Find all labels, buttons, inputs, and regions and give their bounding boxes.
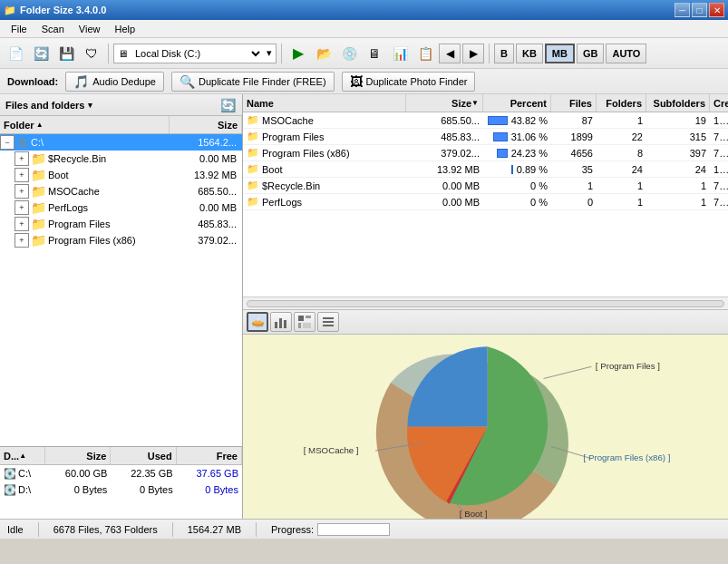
tree-size-progfiles: 485.83...: [170, 219, 242, 229]
size-gb-button[interactable]: GB: [577, 44, 605, 63]
titlebar: 📁 Folder Size 3.4.0.0 ─ □ ✕: [0, 0, 728, 20]
refresh-button[interactable]: 🔄: [29, 42, 53, 65]
drive-col-header[interactable]: D... ▲: [0, 447, 45, 464]
file-subfolders-recycle: 1: [646, 180, 710, 191]
play-button[interactable]: ▶: [286, 42, 310, 65]
close-button[interactable]: ✕: [709, 3, 724, 17]
folder-icon-row-boot: 📁: [247, 163, 259, 175]
expand-recycle[interactable]: +: [15, 151, 29, 166]
size-b-button[interactable]: B: [494, 44, 514, 63]
new-button[interactable]: 📄: [4, 42, 27, 65]
svg-rect-0: [275, 322, 277, 328]
files-col-header[interactable]: Files: [551, 94, 597, 112]
file-files-perflogs: 0: [551, 197, 597, 208]
file-row-perflogs[interactable]: 📁 PerfLogs 0.00 MB 0 % 0 1 1 7/14/200: [243, 194, 728, 210]
toolbar: 📄 🔄 💾 🛡 🖥 Local Disk (C:) ▾ ▶ 📂 💿 🖥 📊 📋 …: [0, 38, 728, 69]
maximize-button[interactable]: □: [692, 3, 707, 17]
drive-c-free: 37.65 GB: [177, 468, 242, 479]
drive-item-d[interactable]: 💽 D:\ 0 Bytes 0 Bytes 0 Bytes: [0, 481, 242, 498]
horizontal-scrollbar[interactable]: [247, 300, 724, 307]
expand-progfiles[interactable]: +: [15, 217, 29, 231]
location-select[interactable]: Local Disk (C:): [131, 47, 263, 60]
size-mb-button[interactable]: MB: [545, 44, 575, 63]
file-created-recycle: 7/14/200: [710, 180, 728, 191]
right-panel: Name Size ▼ Percent Files Folders Subfol…: [243, 94, 728, 519]
tree-item-progfiles[interactable]: + 📁 Program Files 485.83...: [0, 216, 242, 232]
subfolders-col-header[interactable]: Subfolders: [646, 94, 710, 112]
folders-col-header[interactable]: Folders: [597, 94, 646, 112]
size-kb-button[interactable]: KB: [516, 44, 543, 63]
forward-button[interactable]: ▶: [462, 44, 484, 63]
export-button[interactable]: 📋: [413, 42, 437, 65]
folder-icon-boot: 📁: [31, 168, 46, 182]
tree-item-perflogs[interactable]: + 📁 PerfLogs 0.00 MB: [0, 199, 242, 216]
tree-size-msocache: 685.50...: [170, 186, 242, 197]
file-pct-perflogs: 0 %: [483, 197, 551, 208]
scan-all-button[interactable]: 🖥: [363, 42, 386, 65]
file-row-boot[interactable]: 📁 Boot 13.92 MB 0.89 % 35 24 24 12/19/20: [243, 161, 728, 178]
file-folders-recycle: 1: [597, 180, 646, 191]
scan-folder-button[interactable]: 📂: [312, 42, 335, 65]
expand-progfilesx86[interactable]: +: [15, 233, 29, 248]
tree-item-boot[interactable]: + 📁 Boot 13.92 MB: [0, 167, 242, 183]
location-combo[interactable]: 🖥 Local Disk (C:) ▾: [113, 44, 277, 63]
menu-scan[interactable]: Scan: [34, 22, 72, 36]
drive-used-col-header[interactable]: Used: [111, 447, 176, 464]
scan-drive-button[interactable]: 💿: [337, 42, 361, 65]
save-button[interactable]: 💾: [54, 42, 78, 65]
file-row-progfilesx86[interactable]: 📁 Program Files (x86) 379.02... 24.23 % …: [243, 145, 728, 161]
folder-icon-progfiles: 📁: [31, 217, 46, 231]
main-content: Files and folders ▾ 🔄 Folder ▲ Size − 🖥 …: [0, 94, 728, 519]
drive-icon: 🖥: [118, 48, 128, 59]
expand-boot[interactable]: +: [15, 168, 29, 182]
file-row-recycle[interactable]: 📁 $Recycle.Bin 0.00 MB 0 % 1 1 1 7/14/20…: [243, 178, 728, 194]
horizontal-scrollbar-area: [243, 297, 728, 309]
tree-item-recycle[interactable]: + 📁 $Recycle.Bin 0.00 MB: [0, 151, 242, 167]
shield-button[interactable]: 🛡: [80, 42, 103, 65]
drive-item-c[interactable]: 💽 C:\ 60.00 GB 22.35 GB 37.65 GB: [0, 465, 242, 481]
pie-chart-button[interactable]: 🥧: [247, 312, 268, 332]
list-chart-button[interactable]: [317, 312, 339, 332]
tree-item-progfilesx86[interactable]: + 📁 Program Files (x86) 379.02...: [0, 232, 242, 248]
file-name-progfiles: Program Files: [262, 131, 324, 142]
toolbar-separator: [108, 44, 109, 63]
back-button[interactable]: ◀: [439, 44, 461, 63]
drive-d-name: D:\: [18, 484, 31, 495]
size-col-header[interactable]: Size: [170, 116, 242, 133]
menu-help[interactable]: Help: [107, 22, 142, 36]
folder-col-header[interactable]: Folder ▲: [0, 116, 170, 133]
file-row-msocache[interactable]: 📁 MSOCache 685.50... 43.82 % 87 1 19 12/…: [243, 112, 728, 129]
name-col-header[interactable]: Name: [243, 94, 406, 112]
photo-finder-button[interactable]: 🖼 Duplicate Photo Finder: [342, 72, 476, 92]
file-subfolders-progfiles: 315: [646, 131, 710, 142]
file-size-col-header[interactable]: Size ▼: [406, 94, 483, 112]
expand-perflogs[interactable]: +: [15, 200, 29, 215]
file-row-progfiles[interactable]: 📁 Program Files 485.83... 31.06 % 1899 2…: [243, 129, 728, 145]
bar-chart-button[interactable]: [270, 312, 292, 332]
expand-root[interactable]: −: [0, 135, 15, 150]
duplicate-finder-button[interactable]: 🔍 Duplicate File Finder (FREE): [171, 72, 335, 92]
percent-col-header[interactable]: Percent: [483, 94, 551, 112]
size-auto-button[interactable]: AUTO: [606, 44, 646, 63]
drive-size-col-header[interactable]: Size: [45, 447, 111, 464]
menubar: File Scan View Help: [0, 20, 728, 38]
file-created-perflogs: 7/14/200: [710, 197, 728, 208]
drive-d-used: 0 Bytes: [111, 484, 176, 495]
audio-dedupe-button[interactable]: 🎵 Audio Dedupe: [65, 72, 164, 92]
filter-button[interactable]: 📊: [388, 42, 412, 65]
minimize-button[interactable]: ─: [675, 3, 690, 17]
files-folders-button[interactable]: Files and folders ▾: [5, 100, 92, 111]
photo-finder-label: Duplicate Photo Finder: [366, 76, 468, 87]
refresh-folder-button[interactable]: 🔄: [218, 96, 237, 114]
menu-file[interactable]: File: [4, 22, 34, 36]
tree-item-root[interactable]: − 🖥 C:\ 1564.2...: [0, 134, 242, 151]
created-col-header[interactable]: Created: [710, 94, 728, 112]
drive-free-col-header[interactable]: Free: [177, 447, 242, 464]
tree-name-boot: Boot: [48, 170, 170, 180]
square-chart-button[interactable]: [294, 312, 315, 332]
tree-item-msocache[interactable]: + 📁 MSOCache 685.50...: [0, 183, 242, 199]
file-files-msocache: 87: [551, 115, 597, 126]
audio-dedupe-label: Audio Dedupe: [92, 76, 156, 87]
expand-msocache[interactable]: +: [15, 184, 29, 199]
menu-view[interactable]: View: [72, 22, 108, 36]
